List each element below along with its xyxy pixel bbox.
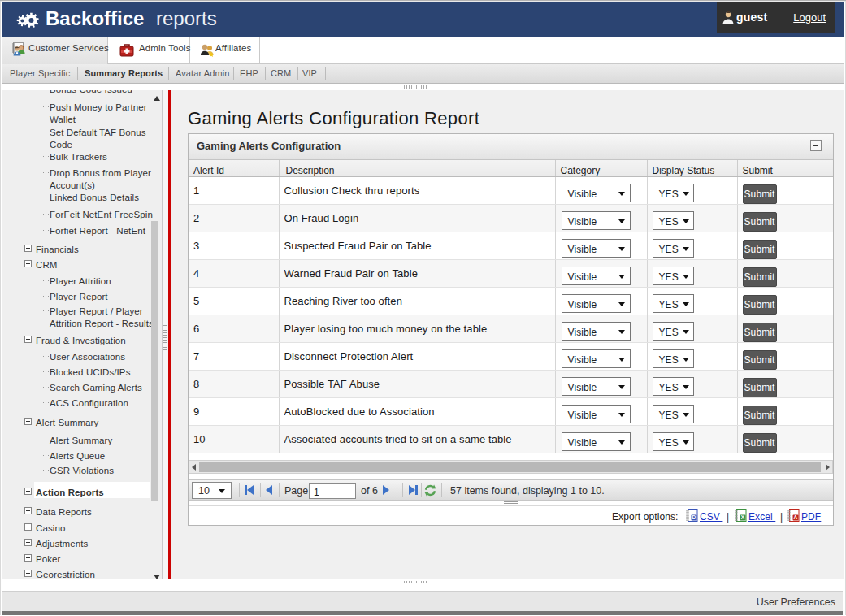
svg-text:D: D — [692, 514, 696, 520]
svg-text:X: X — [741, 514, 745, 520]
svg-text:A: A — [794, 514, 798, 520]
